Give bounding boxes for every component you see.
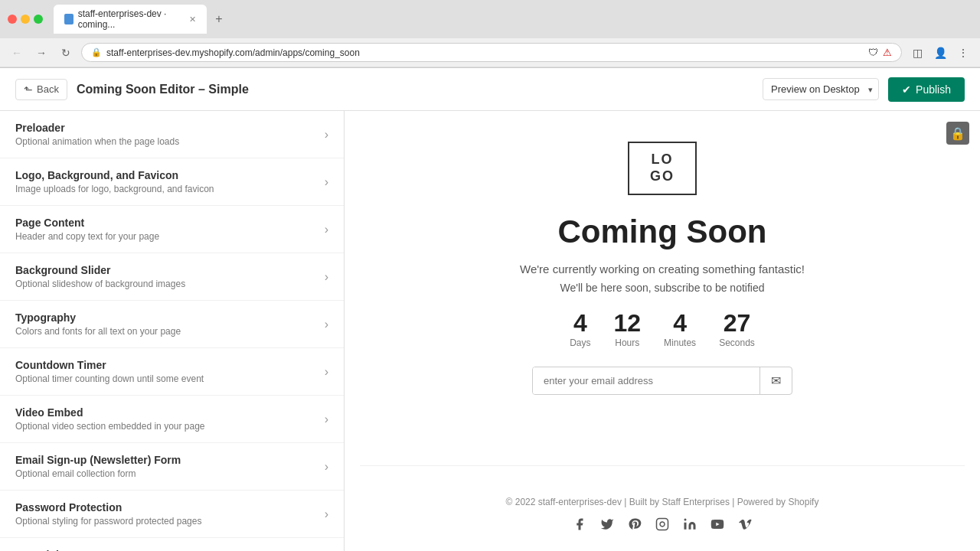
lock-icon: 🔒 bbox=[946, 122, 969, 145]
email-submit-button[interactable]: ✉ bbox=[760, 367, 792, 394]
sidebar-item-copyright[interactable]: Copyright Show, hide, or customize the c… bbox=[0, 538, 344, 551]
sidebar-item-desc-preloader: Optional animation when the page loads bbox=[15, 136, 325, 147]
instagram-icon[interactable] bbox=[655, 517, 670, 532]
pinterest-icon[interactable] bbox=[627, 517, 642, 532]
sidebar-item-title-countdown: Countdown Timer bbox=[15, 359, 325, 371]
sidebar-item-content-video: Video Embed Optional video section embed… bbox=[15, 406, 325, 432]
youtube-icon[interactable] bbox=[710, 517, 725, 532]
sidebar-item-title-email: Email Sign-up (Newsletter) Form bbox=[15, 454, 325, 466]
back-label: Back bbox=[37, 83, 59, 95]
browser-dots bbox=[8, 15, 43, 24]
sidebar: Preloader Optional animation when the pa… bbox=[0, 111, 345, 551]
sidebar-item-content-logo: Logo, Background, and Favicon Image uplo… bbox=[15, 169, 325, 194]
countdown-hours: 12 Hours bbox=[614, 309, 642, 348]
new-tab-button[interactable]: + bbox=[211, 11, 227, 27]
sidebar-item-video-embed[interactable]: Video Embed Optional video section embed… bbox=[0, 396, 344, 443]
sidebar-item-arrow-password: › bbox=[325, 507, 328, 521]
sidebar-item-typography[interactable]: Typography Colors and fonts for all text… bbox=[0, 301, 344, 348]
tab-favicon bbox=[64, 14, 74, 24]
twitter-icon[interactable] bbox=[599, 517, 615, 532]
coming-soon-subscribe-text: We'll be here soon, subscribe to be noti… bbox=[560, 282, 764, 294]
sidebar-item-background-slider[interactable]: Background Slider Optional slideshow of … bbox=[0, 253, 344, 301]
sidebar-item-countdown[interactable]: Countdown Timer Optional timer counting … bbox=[0, 348, 344, 396]
sidebar-item-title-logo: Logo, Background, and Favicon bbox=[15, 169, 325, 181]
address-bar[interactable]: 🔒 staff-enterprises-dev.myshopify.com/ad… bbox=[81, 43, 902, 62]
countdown-seconds-label: Seconds bbox=[719, 337, 755, 348]
dot-minimize[interactable] bbox=[21, 15, 30, 24]
email-form: ✉ bbox=[532, 367, 792, 395]
browser-titlebar: staff-enterprises-dev · coming... ✕ + bbox=[0, 0, 980, 38]
sidebar-item-arrow-typography: › bbox=[325, 318, 328, 331]
coming-soon-title: Coming Soon bbox=[558, 214, 767, 250]
publish-label: Publish bbox=[916, 83, 951, 96]
browser-chrome: staff-enterprises-dev · coming... ✕ + ← … bbox=[0, 0, 980, 68]
preview-mode-select[interactable]: Preview on Desktop Preview on Mobile bbox=[763, 78, 879, 100]
main-layout: Preloader Optional animation when the pa… bbox=[0, 111, 980, 551]
social-icons-row bbox=[360, 517, 965, 532]
preview-select-wrapper: Preview on Desktop Preview on Mobile bbox=[763, 78, 879, 100]
preview-area: 🔒 LOGO Coming Soon We're currently worki… bbox=[345, 111, 980, 551]
tab-close-btn[interactable]: ✕ bbox=[189, 15, 196, 24]
sidebar-item-desc-logo: Image uploads for logo, background, and … bbox=[15, 184, 325, 194]
countdown-days-value: 4 bbox=[573, 309, 587, 337]
countdown-seconds-value: 27 bbox=[724, 309, 751, 337]
nav-back-btn[interactable]: ← bbox=[8, 44, 26, 62]
sidebar-item-desc-email: Optional email collection form bbox=[15, 468, 325, 479]
footer-copyright: © 2022 staff-enterprises-dev | Built by … bbox=[360, 497, 965, 507]
profile-btn[interactable]: 👤 bbox=[931, 44, 949, 62]
tab-title: staff-enterprises-dev · coming... bbox=[78, 8, 185, 30]
menu-btn[interactable]: ⋮ bbox=[954, 44, 972, 62]
sidebar-item-desc-typography: Colors and fonts for all text on your pa… bbox=[15, 326, 325, 337]
sidebar-item-title-password: Password Protection bbox=[15, 501, 325, 514]
countdown-minutes: 4 Minutes bbox=[664, 309, 696, 348]
sidebar-item-content-email: Email Sign-up (Newsletter) Form Optional… bbox=[15, 454, 325, 479]
nav-refresh-btn[interactable]: ↻ bbox=[57, 44, 75, 62]
extensions-btn[interactable]: ◫ bbox=[908, 44, 926, 62]
sidebar-item-desc-countdown: Optional timer counting down until some … bbox=[15, 373, 325, 384]
sidebar-item-content-preloader: Preloader Optional animation when the pa… bbox=[15, 122, 325, 147]
sidebar-item-title-video: Video Embed bbox=[15, 406, 325, 419]
sidebar-item-arrow-countdown: › bbox=[325, 365, 328, 379]
sidebar-item-page-content[interactable]: Page Content Header and copy text for yo… bbox=[0, 206, 344, 253]
dot-maximize[interactable] bbox=[34, 15, 43, 24]
sidebar-item-content-bgslider: Background Slider Optional slideshow of … bbox=[15, 264, 325, 289]
countdown-hours-label: Hours bbox=[615, 337, 639, 348]
svg-rect-0 bbox=[657, 519, 668, 530]
app-header: ⬑ Back Coming Soon Editor – Simple Previ… bbox=[0, 68, 980, 111]
sidebar-item-content-countdown: Countdown Timer Optional timer counting … bbox=[15, 359, 325, 384]
sidebar-item-arrow-bgslider: › bbox=[325, 270, 328, 284]
back-icon: ⬑ bbox=[24, 83, 33, 96]
page-title: Coming Soon Editor – Simple bbox=[77, 83, 249, 96]
sidebar-item-desc-page: Header and copy text for your page bbox=[15, 231, 325, 242]
facebook-icon[interactable] bbox=[572, 517, 587, 532]
dot-close[interactable] bbox=[8, 15, 17, 24]
countdown-seconds: 27 Seconds bbox=[719, 309, 755, 348]
sidebar-item-desc-password: Optional styling for password protected … bbox=[15, 516, 325, 527]
nav-forward-btn[interactable]: → bbox=[32, 44, 51, 62]
lock-icon-container: 🔒 bbox=[946, 122, 969, 145]
sidebar-item-desc-video: Optional video section embedded in your … bbox=[15, 421, 325, 432]
sidebar-item-content-page: Page Content Header and copy text for yo… bbox=[15, 217, 325, 242]
publish-icon: ✔ bbox=[902, 83, 911, 96]
sidebar-item-arrow-logo: › bbox=[325, 175, 328, 189]
address-bar-warning-icon: ⚠ bbox=[883, 47, 892, 58]
back-button[interactable]: ⬑ Back bbox=[15, 79, 67, 100]
countdown-minutes-label: Minutes bbox=[664, 337, 696, 348]
browser-actions: ◫ 👤 ⋮ bbox=[908, 44, 972, 62]
linkedin-icon[interactable] bbox=[682, 517, 697, 532]
sidebar-item-email-signup[interactable]: Email Sign-up (Newsletter) Form Optional… bbox=[0, 443, 344, 491]
logo-text: LOGO bbox=[650, 152, 675, 184]
sidebar-item-preloader[interactable]: Preloader Optional animation when the pa… bbox=[0, 111, 344, 158]
email-input[interactable] bbox=[533, 367, 760, 394]
sidebar-item-logo-bg-favicon[interactable]: Logo, Background, and Favicon Image uplo… bbox=[0, 158, 344, 206]
coming-soon-subtitle: We're currently working on creating some… bbox=[520, 262, 805, 276]
coming-soon-footer: © 2022 staff-enterprises-dev | Built by … bbox=[360, 465, 965, 532]
sidebar-item-password-protection[interactable]: Password Protection Optional styling for… bbox=[0, 491, 344, 538]
browser-tab[interactable]: staff-enterprises-dev · coming... ✕ bbox=[54, 5, 207, 34]
sidebar-item-title-page: Page Content bbox=[15, 217, 325, 229]
countdown-hours-value: 12 bbox=[614, 309, 642, 337]
vimeo-icon[interactable] bbox=[737, 517, 753, 532]
email-submit-icon: ✉ bbox=[771, 374, 781, 387]
countdown-minutes-value: 4 bbox=[673, 309, 687, 337]
publish-button[interactable]: ✔ Publish bbox=[888, 77, 965, 102]
